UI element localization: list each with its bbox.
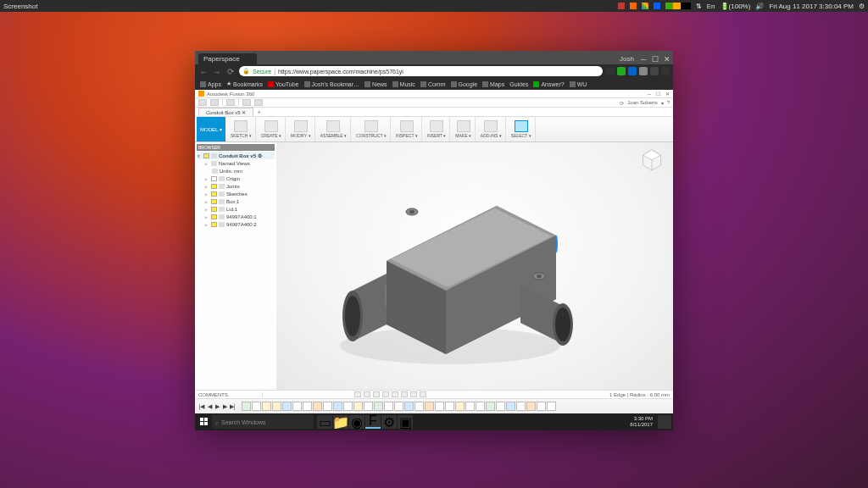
extension-icon[interactable]	[639, 67, 648, 75]
ribbon-sketch[interactable]: SKETCH ▾	[227, 117, 256, 141]
pan-button[interactable]	[373, 391, 380, 397]
timeline-feature[interactable]	[303, 402, 312, 411]
doc-tab[interactable]: Conduit Box v5 ✕	[198, 108, 253, 116]
tray-dropbox-icon[interactable]	[654, 3, 660, 9]
bookmark-apps[interactable]: Apps	[200, 81, 221, 87]
start-button[interactable]	[197, 415, 212, 429]
tray-datetime[interactable]: Fri Aug 11 2017 3:30:04 PM	[769, 3, 854, 10]
qat-data-panel-button[interactable]	[198, 99, 207, 106]
tray-language[interactable]: En	[707, 3, 715, 10]
qat-redo-button[interactable]	[254, 99, 263, 106]
help-icon[interactable]: ?	[667, 100, 670, 105]
bookmark-item[interactable]: WU	[570, 81, 587, 87]
bookmark-item[interactable]: Guides	[509, 81, 528, 87]
timeline-feature[interactable]	[526, 402, 536, 411]
ribbon-assemble[interactable]: ASSEMBLE ▾	[317, 117, 351, 141]
timeline-feature[interactable]	[313, 402, 322, 411]
action-center-button[interactable]	[658, 415, 671, 429]
taskbar-explorer-icon[interactable]: 📁	[333, 415, 348, 429]
timeline-feature[interactable]	[415, 402, 424, 411]
fit-button[interactable]	[392, 391, 398, 397]
timeline-feature[interactable]	[242, 402, 251, 411]
browser-item[interactable]: ▹Joints	[197, 182, 275, 190]
bookmark-item[interactable]: Comm	[420, 81, 446, 87]
timeline-play-button[interactable]: ▶	[214, 403, 220, 410]
ribbon-construct[interactable]: CONSTRUCT ▾	[353, 117, 391, 141]
browser-item[interactable]: ▹Lid:1	[197, 205, 275, 213]
taskbar-app-icon[interactable]: ▣	[398, 415, 413, 429]
timeline-feature[interactable]	[404, 402, 414, 411]
timeline-feature[interactable]	[333, 402, 342, 411]
ribbon-make[interactable]: MAKE ▾	[452, 117, 476, 141]
viewport-button[interactable]	[420, 391, 426, 397]
taskbar-settings-icon[interactable]: ⚙	[381, 415, 397, 429]
tray-system-monitor[interactable]	[665, 3, 691, 9]
timeline-feature[interactable]	[374, 402, 383, 411]
browser-item[interactable]: ▹94997A400:2	[197, 220, 275, 228]
fusion-browser-panel[interactable]: BROWSER ▿Conduit Box v5⚙ ▹Named Views Un…	[195, 142, 276, 390]
timeline-feature[interactable]	[537, 402, 546, 411]
workspace-switcher[interactable]: MODEL ▾	[197, 117, 225, 141]
timeline-feature[interactable]	[425, 402, 434, 411]
timeline-fwd-button[interactable]: ▶	[221, 403, 228, 410]
timeline-feature[interactable]	[262, 402, 271, 411]
timeline-feature[interactable]	[343, 402, 353, 411]
timeline-feature[interactable]	[323, 402, 332, 411]
window-minimize-button[interactable]: ─	[637, 54, 649, 64]
reload-button[interactable]: ⟳	[225, 67, 236, 76]
qat-save-button[interactable]	[226, 99, 235, 106]
window-close-button[interactable]: ✕	[661, 54, 673, 64]
tray-mail-icon[interactable]	[630, 3, 637, 9]
back-button[interactable]: ←	[198, 67, 209, 76]
timeline-feature[interactable]	[516, 402, 526, 411]
timeline-end-button[interactable]: ▶|	[229, 403, 236, 410]
browser-item[interactable]: ▹94997A400:1	[197, 213, 275, 220]
display-button[interactable]	[401, 391, 408, 397]
zoom-button[interactable]	[382, 391, 389, 397]
timeline-feature[interactable]	[353, 402, 363, 411]
extension-icon[interactable]	[617, 67, 626, 75]
fusion-minimize-button[interactable]: ─	[648, 92, 651, 97]
windows-clock[interactable]: 3:30 PM 8/11/2017	[625, 416, 658, 427]
browser-item[interactable]: ▹Named Views	[197, 159, 275, 167]
timeline-feature[interactable]	[435, 402, 444, 411]
bookmark-item[interactable]: Answer?	[533, 81, 564, 87]
timeline-feature[interactable]	[384, 402, 393, 411]
timeline-start-button[interactable]: |◀	[198, 403, 205, 410]
qat-file-button[interactable]	[210, 99, 219, 106]
browser-item[interactable]: ▹Origin	[197, 175, 275, 182]
forward-button[interactable]: →	[212, 67, 222, 76]
comments-panel-toggle[interactable]: COMMENTS	[198, 392, 263, 397]
look-button[interactable]	[364, 391, 370, 397]
bookmark-item[interactable]: Music	[392, 81, 415, 87]
chrome-profile-badge[interactable]: Josh	[616, 53, 637, 64]
browser-item[interactable]: ▹Sketches	[197, 190, 275, 197]
browser-root[interactable]: ▿Conduit Box v5⚙	[197, 152, 275, 159]
fusion-maximize-button[interactable]: ☐	[656, 91, 660, 97]
fusion-user-name[interactable]: Joan Soberts	[627, 100, 657, 105]
window-maximize-button[interactable]: ☐	[649, 54, 661, 64]
view-cube[interactable]	[639, 147, 665, 173]
tray-battery[interactable]: 🔋(100%)	[721, 3, 751, 10]
tray-network-icon[interactable]: ⇅	[696, 3, 702, 10]
bookmark-item[interactable]: YouTube	[268, 81, 299, 87]
ribbon-modify[interactable]: MODIFY ▾	[287, 117, 315, 141]
bookmark-item[interactable]: News	[364, 81, 387, 87]
grid-button[interactable]	[410, 391, 417, 397]
windows-search-input[interactable]: ⌕ Search Windows	[212, 415, 314, 429]
browser-item[interactable]: ▹Box:1	[197, 197, 275, 205]
ribbon-create[interactable]: CREATE ▾	[258, 117, 286, 141]
timeline-feature[interactable]	[465, 402, 475, 411]
ribbon-inspect[interactable]: INSPECT ▾	[392, 117, 422, 141]
timeline-feature[interactable]	[272, 402, 281, 411]
timeline-feature[interactable]	[445, 402, 454, 411]
timeline-feature[interactable]	[292, 402, 302, 411]
taskbar-fusion-icon[interactable]: F	[365, 415, 381, 429]
tray-indicator-icon[interactable]	[618, 3, 625, 9]
job-status-icon[interactable]: ⟳	[620, 100, 624, 106]
extension-icon[interactable]	[650, 67, 659, 75]
extension-icon[interactable]	[628, 67, 637, 75]
bookmark-item[interactable]: Maps	[482, 81, 504, 87]
tray-chrome-icon[interactable]	[642, 3, 648, 9]
bookmark-item[interactable]: Josh's Bookmar…	[304, 81, 360, 87]
